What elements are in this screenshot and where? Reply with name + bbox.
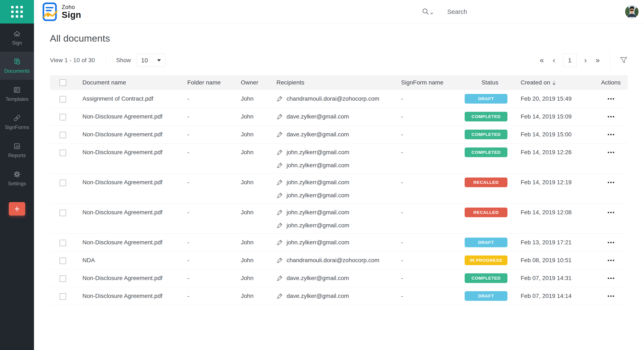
table-row[interactable]: Non-Disclosure Agreement.pdf - John john…	[50, 143, 628, 173]
table-row[interactable]: Non-Disclosure Agreement.pdf - John john…	[50, 234, 628, 251]
row-actions-button[interactable]	[608, 90, 614, 108]
table-row[interactable]: Non-Disclosure Agreement.pdf - John dave…	[50, 287, 628, 305]
recipients: chandramouli.dorai@zohocorp.com	[276, 90, 401, 108]
recipients: john.zylkerr@gmail.com	[276, 234, 401, 251]
recipients: dave.zylker@gmail.com	[276, 269, 401, 287]
last-page-button[interactable]: »	[594, 57, 601, 64]
row-actions-button[interactable]	[608, 173, 614, 191]
caret-down-icon	[157, 59, 161, 62]
document-name[interactable]: Non-Disclosure Agreement.pdf	[82, 173, 187, 203]
document-name[interactable]: NDA	[82, 251, 187, 269]
page-size-select[interactable]: 10	[137, 54, 165, 67]
zoho-sign-logo[interactable]: Zoho Sign	[42, 2, 81, 22]
row-checkbox[interactable]	[60, 180, 66, 186]
row-checkbox[interactable]	[60, 149, 66, 156]
row-actions-button[interactable]	[608, 204, 614, 221]
table-row[interactable]: Non-Disclosure Agreement.pdf - John dave…	[50, 269, 628, 287]
search-scope-button[interactable]	[422, 8, 434, 16]
list-toolbar: View 1 - 10 of 30 Show 10 « ‹ 1 › »	[50, 54, 628, 67]
select-all-checkbox[interactable]	[60, 79, 66, 86]
owner: John	[241, 143, 276, 173]
table-row[interactable]: Non-Disclosure Agreement.pdf - John dave…	[50, 126, 628, 143]
row-checkbox[interactable]	[60, 275, 66, 282]
table-row[interactable]: Assignment of Contract.pdf - John chandr…	[50, 90, 628, 108]
sidebar-item-label: Sign	[12, 40, 22, 46]
app-launcher-grid-icon	[11, 6, 23, 18]
brand-name-sign: Sign	[62, 11, 81, 19]
zoho-sign-app: Zoho Sign	[0, 0, 644, 350]
table-row[interactable]: NDA - John chandramouli.dorai@zohocorp.c…	[50, 251, 628, 269]
search-input[interactable]	[447, 8, 582, 16]
sidebar-item-templates[interactable]: Templates	[0, 80, 34, 108]
row-actions-button[interactable]	[608, 108, 614, 125]
row-actions-button[interactable]	[608, 251, 614, 269]
document-name[interactable]: Non-Disclosure Agreement.pdf	[82, 108, 187, 125]
row-checkbox[interactable]	[60, 132, 66, 138]
document-name[interactable]: Non-Disclosure Agreement.pdf	[82, 143, 187, 173]
table-row[interactable]: Non-Disclosure Agreement.pdf - John john…	[50, 173, 628, 204]
column-header-created-on[interactable]: Created on	[516, 79, 594, 86]
next-page-button[interactable]: ›	[583, 57, 588, 64]
folder-name: -	[187, 269, 241, 287]
sidebar-item-sign[interactable]: Sign	[0, 24, 34, 52]
brand-name-zoho: Zoho	[62, 5, 81, 10]
app-launcher-button[interactable]	[0, 0, 34, 24]
created-on: Feb 07, 2019 14:31	[516, 269, 594, 287]
document-name[interactable]: Non-Disclosure Agreement.pdf	[82, 269, 187, 287]
row-actions-button[interactable]	[608, 126, 614, 143]
status-badge: COMPLETED	[465, 273, 508, 283]
status-badge: RECALLED	[465, 178, 508, 187]
folder-name: -	[187, 90, 241, 108]
document-name[interactable]: Non-Disclosure Agreement.pdf	[82, 287, 187, 305]
row-actions-button[interactable]	[608, 269, 614, 287]
user-avatar[interactable]	[625, 5, 638, 19]
row-checkbox[interactable]	[60, 96, 66, 102]
column-header-document-name: Document name	[82, 79, 187, 86]
sidebar-item-label: Settings	[8, 181, 26, 187]
recipient-email: john.zylkerr@gmail.com	[286, 209, 349, 216]
create-document-button[interactable]: +	[9, 202, 25, 216]
sidebar-item-signforms[interactable]: SignForms	[0, 108, 34, 136]
row-actions-button[interactable]	[608, 287, 614, 305]
owner: John	[241, 251, 276, 269]
table-row[interactable]: Non-Disclosure Agreement.pdf - John john…	[50, 204, 628, 234]
reports-icon	[12, 142, 22, 150]
first-page-button[interactable]: «	[538, 57, 545, 64]
row-actions-button[interactable]	[608, 143, 614, 161]
owner: John	[241, 234, 276, 251]
row-checkbox[interactable]	[60, 293, 66, 300]
current-page-box[interactable]: 1	[563, 54, 577, 67]
signature-pen-icon	[276, 131, 283, 138]
document-name[interactable]: Assignment of Contract.pdf	[82, 90, 187, 108]
document-name[interactable]: Non-Disclosure Agreement.pdf	[82, 234, 187, 251]
templates-icon	[12, 86, 22, 94]
signform-name: -	[401, 173, 464, 203]
prev-page-button[interactable]: ‹	[552, 57, 556, 64]
folder-name: -	[187, 234, 241, 251]
pager-divider	[610, 52, 610, 69]
page-title: All documents	[50, 33, 628, 44]
row-checkbox[interactable]	[60, 210, 66, 216]
global-search	[422, 0, 582, 24]
filter-button[interactable]	[620, 56, 628, 64]
top-bar: Zoho Sign	[34, 0, 644, 24]
sidebar-item-settings[interactable]: Settings	[0, 164, 34, 193]
table-row[interactable]: Non-Disclosure Agreement.pdf - John dave…	[50, 108, 628, 126]
row-checkbox[interactable]	[60, 240, 66, 246]
recipients: dave.zylker@gmail.com	[276, 287, 401, 305]
main-content: All documents View 1 - 10 of 30 Show 10 …	[34, 24, 644, 350]
signature-pen-icon	[276, 239, 283, 246]
owner: John	[241, 126, 276, 143]
signature-pen-icon	[276, 179, 283, 186]
row-actions-button[interactable]	[608, 234, 614, 251]
document-name[interactable]: Non-Disclosure Agreement.pdf	[82, 204, 187, 233]
folder-name: -	[187, 108, 241, 125]
row-checkbox[interactable]	[60, 258, 66, 264]
sidebar-item-documents[interactable]: Documents	[0, 52, 34, 80]
recipient-email: dave.zylker@gmail.com	[286, 293, 349, 299]
document-name[interactable]: Non-Disclosure Agreement.pdf	[82, 126, 187, 143]
sort-arrows-icon	[552, 81, 556, 85]
recipients: dave.zylker@gmail.com	[276, 108, 401, 125]
sidebar-item-reports[interactable]: Reports	[0, 136, 34, 164]
row-checkbox[interactable]	[60, 114, 66, 120]
